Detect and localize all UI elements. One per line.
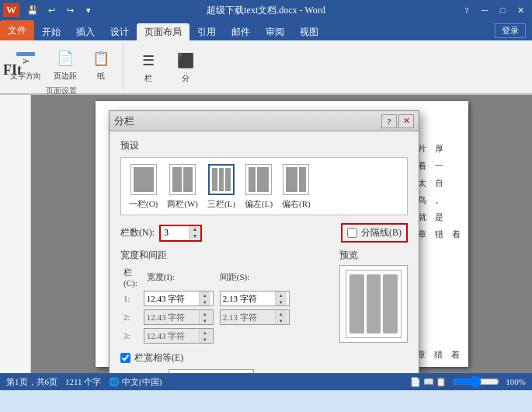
preset-one-col[interactable]: 一栏(O) — [129, 164, 158, 210]
qa-dropdown[interactable]: ▾ — [80, 2, 97, 18]
preset-two-label: 两栏(W) — [167, 198, 198, 210]
col-count-label: 栏数(N): — [120, 226, 155, 239]
close-btn[interactable]: ✕ — [512, 2, 529, 18]
restore-btn[interactable]: □ — [494, 2, 511, 18]
margins-icon: 📄 — [54, 47, 77, 69]
col-row-3: 3: ▲ ▼ — [120, 326, 293, 345]
undo-btn[interactable]: ↩ — [43, 2, 60, 18]
separator-label: 分隔线(B) — [361, 226, 402, 239]
tab-page-layout[interactable]: 页面布局 — [137, 23, 190, 40]
col1-width-down[interactable]: ▼ — [200, 299, 210, 306]
separator-wrap: 分隔线(B) — [341, 223, 408, 243]
width-header: 宽度(I): — [141, 265, 217, 289]
preview-section: 预览 — [339, 249, 408, 343]
preset-one-label: 一栏(O) — [129, 198, 158, 210]
minimize-btn[interactable]: ─ — [476, 2, 493, 18]
col1-width-input-wrap: ▲ ▼ — [144, 291, 214, 306]
doc-mode-icons: 📄 📖 📋 — [410, 377, 447, 387]
col-row-1: 1: ▲ ▼ — [120, 289, 293, 308]
tab-review[interactable]: 审阅 — [258, 23, 292, 40]
margins-button[interactable]: 📄 页边距 — [50, 45, 81, 84]
zoom-level: 100% — [506, 377, 526, 386]
dialog-close-btn[interactable]: ✕ — [398, 114, 414, 128]
col1-width-up[interactable]: ▲ — [200, 292, 210, 299]
col2-spacing-input-wrap: ▲ ▼ — [220, 309, 290, 325]
col2-spacing-input[interactable] — [221, 310, 275, 324]
breaks-icon: ⬛ — [174, 50, 197, 72]
col2-width-down[interactable]: ▼ — [200, 317, 210, 324]
col1-spacing-up[interactable]: ▲ — [276, 292, 287, 299]
preset-section-label: 预设 — [120, 139, 408, 152]
word-logo: W — [3, 3, 19, 17]
col2-width-up[interactable]: ▲ — [200, 310, 210, 317]
orientation-button[interactable]: 📋 纸 — [85, 45, 116, 84]
col1-spacing-input-wrap: ▲ ▼ — [220, 291, 290, 306]
preset-right-label: 偏右(R) — [282, 198, 311, 210]
login-button[interactable]: 登录 — [495, 23, 526, 38]
apply-label: 应用于(A): — [120, 372, 164, 374]
columns-label: 栏 — [144, 73, 152, 84]
col1-spacing-down[interactable]: ▼ — [276, 299, 287, 306]
col-row-2: 2: ▲ ▼ — [120, 308, 293, 326]
equal-width-row: 栏宽相等(E) — [120, 351, 408, 365]
col2-spacing-down[interactable]: ▼ — [276, 317, 287, 324]
page-count: 第1页，共6页 — [6, 376, 57, 388]
tab-references[interactable]: 引用 — [190, 23, 224, 40]
preset-three-label: 三栏(L) — [207, 198, 235, 210]
width-spacing-table: 栏(C): 宽度(I): 间距(S): 1: — [120, 265, 293, 345]
tab-view[interactable]: 视图 — [292, 23, 326, 40]
tab-file[interactable]: 文件 — [0, 20, 34, 40]
col-count-down[interactable]: ▼ — [190, 233, 200, 240]
orientation-icon: 📋 — [89, 47, 113, 69]
tab-mailings[interactable]: 邮件 — [224, 23, 258, 40]
tab-insert[interactable]: 插入 — [68, 23, 103, 40]
orientation-label: 纸 — [97, 71, 105, 82]
col1-width-input[interactable] — [144, 292, 199, 306]
apply-row: 应用于(A): 本节 整篇文档 插入点之后 — [120, 369, 408, 373]
equal-width-label: 栏宽相等(E) — [134, 351, 183, 365]
preset-left-label: 偏左(L) — [245, 198, 273, 210]
equal-width-checkbox[interactable] — [120, 353, 130, 363]
breaks-label: 分 — [182, 73, 190, 84]
window-title: 超级下载text文档.docx - Word — [207, 4, 325, 17]
col2-width-input-wrap: ▲ ▼ — [144, 309, 214, 325]
col3-spacing-placeholder — [220, 328, 290, 344]
preset-right-col[interactable]: 偏右(R) — [282, 164, 311, 210]
columns-button[interactable]: ☰ 栏 — [133, 47, 164, 86]
col3-width-down[interactable]: ▼ — [200, 336, 210, 343]
columns-icon: ☰ — [137, 50, 160, 72]
dialog-title: 分栏 — [114, 114, 134, 128]
redo-btn[interactable]: ↪ — [61, 2, 78, 18]
col-count-input-wrap: ▲ ▼ — [159, 225, 202, 242]
zoom-slider[interactable] — [453, 377, 499, 386]
status-bar: 第1页，共6页 1211 个字 🌐 中文(中国) 📄 📖 📋 100% — [0, 373, 532, 390]
breaks-button[interactable]: ⬛ 分 — [170, 47, 201, 86]
col3-width-up[interactable]: ▲ — [200, 329, 210, 336]
preset-two-col[interactable]: 两栏(W) — [167, 164, 198, 210]
fit-text: FIt — [0, 61, 25, 80]
tab-design[interactable]: 设计 — [103, 23, 137, 40]
dialog-help-btn[interactable]: ? — [381, 114, 397, 128]
margins-label: 页边距 — [54, 71, 77, 82]
col2-width-input[interactable] — [144, 310, 199, 324]
save-btn[interactable]: 💾 — [24, 2, 41, 18]
apply-select[interactable]: 本节 整篇文档 插入点之后 — [169, 369, 254, 373]
col-header: 栏(C): — [120, 265, 141, 289]
preview-label: 预览 — [339, 249, 358, 262]
preset-area: 一栏(O) 两栏(W) — [120, 157, 408, 215]
col-count-up[interactable]: ▲ — [190, 226, 200, 233]
col2-spacing-up[interactable]: ▲ — [276, 310, 287, 317]
separator-checkbox[interactable] — [347, 228, 357, 238]
tab-home[interactable]: 开始 — [34, 23, 68, 40]
dialog-title-bar: 分栏 ? ✕ — [110, 111, 419, 131]
lang-flag-icon: 🌐 — [109, 377, 120, 386]
col-count-input[interactable] — [161, 226, 189, 240]
help-btn[interactable]: ? — [458, 2, 475, 18]
language: 🌐 中文(中国) — [109, 376, 162, 388]
preset-three-col[interactable]: 三栏(L) — [207, 164, 235, 210]
col3-width-input[interactable] — [144, 329, 199, 343]
width-spacing-label: 宽度和间距 — [120, 249, 322, 262]
preset-left-col[interactable]: 偏左(L) — [245, 164, 273, 210]
spacing-header: 间距(S): — [217, 265, 293, 289]
col1-spacing-input[interactable] — [221, 292, 275, 306]
